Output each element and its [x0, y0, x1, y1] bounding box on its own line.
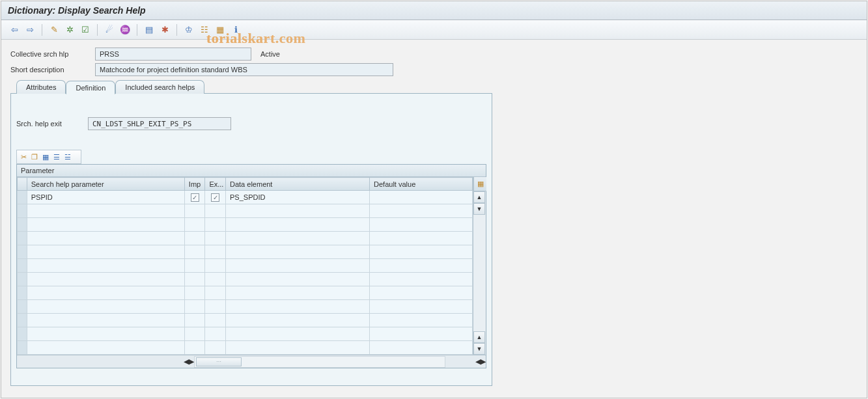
- check-icon[interactable]: ☑: [79, 23, 92, 36]
- checkbox-icon[interactable]: ✓: [211, 193, 219, 202]
- cell-param[interactable]: [27, 232, 184, 245]
- cell-imp[interactable]: ✓: [184, 191, 205, 204]
- cell-default[interactable]: [370, 204, 473, 218]
- cell-exp[interactable]: [205, 259, 226, 273]
- cell-default[interactable]: [370, 245, 473, 259]
- other-object-icon[interactable]: ✲: [63, 23, 76, 36]
- vertical-scrollbar[interactable]: ▦ ▲ ▼ ▲ ▼: [473, 177, 486, 355]
- row-selector[interactable]: [18, 191, 27, 204]
- cell-default[interactable]: [370, 259, 473, 273]
- cut-icon[interactable]: ✂: [18, 152, 29, 162]
- cell-default[interactable]: [370, 232, 473, 245]
- col-param[interactable]: Search help parameter: [27, 178, 184, 191]
- cell-exp[interactable]: ✓: [205, 191, 226, 204]
- tab-included[interactable]: Included search helps: [115, 80, 204, 94]
- exit-input[interactable]: [88, 117, 231, 130]
- hierarchy-icon[interactable]: ♔: [182, 23, 195, 36]
- cell-data-element[interactable]: [226, 300, 370, 314]
- copy-icon[interactable]: ❐: [29, 152, 40, 162]
- table-settings-icon[interactable]: ▦: [473, 177, 486, 191]
- scroll-left-icon[interactable]: ◀: [184, 357, 189, 366]
- cell-imp[interactable]: [184, 218, 205, 232]
- delete-row-icon[interactable]: ☱: [63, 152, 73, 162]
- horizontal-scrollbar[interactable]: ◀ ▶ ⋯ ◀ ▶: [17, 355, 486, 368]
- cell-exp[interactable]: [205, 273, 226, 286]
- cell-default[interactable]: [370, 191, 473, 204]
- object-directory-icon[interactable]: ✱: [158, 23, 171, 36]
- cell-exp[interactable]: [205, 300, 226, 314]
- cell-data-element[interactable]: [226, 273, 370, 286]
- cell-param[interactable]: [27, 314, 184, 327]
- insert-row-icon[interactable]: ☰: [51, 152, 62, 162]
- cell-exp[interactable]: [205, 314, 226, 327]
- scroll-left2-icon[interactable]: ◀: [475, 357, 481, 366]
- scroll-up2-icon[interactable]: ▲: [473, 331, 485, 343]
- row-selector[interactable]: [18, 232, 27, 245]
- cell-param[interactable]: [27, 273, 184, 286]
- documentation-icon[interactable]: ℹ: [229, 23, 242, 36]
- col-def[interactable]: Default value: [370, 178, 473, 191]
- cell-data-element[interactable]: [226, 314, 370, 327]
- cell-data-element[interactable]: [226, 204, 370, 218]
- hscroll-thumb[interactable]: ⋯: [196, 357, 242, 366]
- scroll-right-icon[interactable]: ▶: [189, 357, 194, 366]
- cell-imp[interactable]: [184, 341, 205, 355]
- tab-definition[interactable]: Definition: [66, 81, 115, 94]
- row-selector[interactable]: [18, 259, 27, 273]
- row-selector[interactable]: [18, 245, 27, 259]
- cell-exp[interactable]: [205, 218, 226, 232]
- col-imp[interactable]: Imp: [184, 178, 205, 191]
- cell-default[interactable]: [370, 218, 473, 232]
- cell-exp[interactable]: [205, 286, 226, 300]
- shortdesc-input[interactable]: [95, 63, 393, 76]
- paste-icon[interactable]: ▦: [40, 152, 51, 162]
- cell-default[interactable]: [370, 286, 473, 300]
- cell-imp[interactable]: [184, 273, 205, 286]
- cell-exp[interactable]: [205, 204, 226, 218]
- cell-imp[interactable]: [184, 232, 205, 245]
- cell-exp[interactable]: [205, 232, 226, 245]
- scroll-track[interactable]: [473, 215, 486, 331]
- col-de[interactable]: Data element: [226, 178, 370, 191]
- cell-imp[interactable]: [184, 300, 205, 314]
- cell-exp[interactable]: [205, 327, 226, 341]
- cell-data-element[interactable]: [226, 218, 370, 232]
- checkbox-icon[interactable]: ✓: [191, 193, 199, 202]
- collective-input[interactable]: [95, 48, 251, 61]
- cell-data-element[interactable]: [226, 327, 370, 341]
- row-selector[interactable]: [18, 286, 27, 300]
- forward-icon[interactable]: ⇨: [23, 23, 36, 36]
- cell-param[interactable]: [27, 245, 184, 259]
- cell-param[interactable]: [27, 259, 184, 273]
- cell-imp[interactable]: [184, 327, 205, 341]
- cell-imp[interactable]: [184, 259, 205, 273]
- scroll-right2-icon[interactable]: ▶: [481, 357, 486, 366]
- cell-data-element[interactable]: [226, 259, 370, 273]
- cell-default[interactable]: [370, 327, 473, 341]
- hscroll-track[interactable]: ⋯: [194, 356, 445, 368]
- row-selector[interactable]: [18, 327, 27, 341]
- cell-default[interactable]: [370, 341, 473, 355]
- cell-param[interactable]: [27, 341, 184, 355]
- row-selector[interactable]: [18, 218, 27, 232]
- row-selector[interactable]: [18, 341, 27, 355]
- cell-param[interactable]: [27, 218, 184, 232]
- technical-icon[interactable]: ▦: [214, 23, 227, 36]
- cell-data-element[interactable]: [226, 286, 370, 300]
- cell-imp[interactable]: [184, 286, 205, 300]
- cell-data-element[interactable]: [226, 232, 370, 245]
- row-selector[interactable]: [18, 273, 27, 286]
- cell-default[interactable]: [370, 273, 473, 286]
- cell-imp[interactable]: [184, 245, 205, 259]
- append-icon[interactable]: ☷: [198, 23, 211, 36]
- row-selector[interactable]: [18, 204, 27, 218]
- cell-param[interactable]: [27, 204, 184, 218]
- display-list-icon[interactable]: ▤: [143, 23, 156, 36]
- activate-icon[interactable]: ☄: [103, 23, 116, 36]
- cell-imp[interactable]: [184, 204, 205, 218]
- row-selector[interactable]: [18, 300, 27, 314]
- cell-exp[interactable]: [205, 245, 226, 259]
- row-selector-header[interactable]: [18, 178, 27, 191]
- cell-param[interactable]: [27, 300, 184, 314]
- display-change-icon[interactable]: ✎: [48, 23, 61, 36]
